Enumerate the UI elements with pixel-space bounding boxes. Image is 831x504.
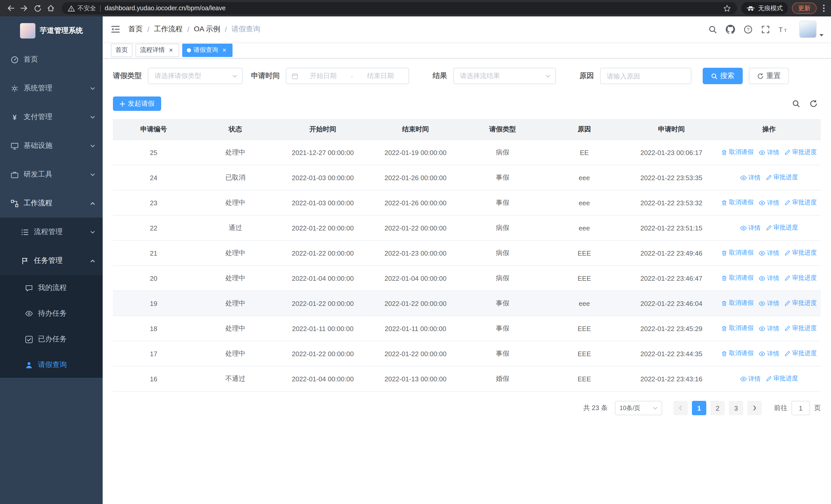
detail-link[interactable]: 详情 — [759, 199, 779, 207]
cell-end-time: 2022-01-11 00:00:00 — [369, 316, 462, 341]
leave-type-select[interactable]: 请选择请假类型 — [148, 68, 243, 84]
cancel-leave-link[interactable]: 取消请假 — [721, 349, 754, 358]
user-avatar[interactable] — [799, 21, 824, 38]
detail-link[interactable]: 详情 — [759, 249, 779, 258]
end-date-placeholder[interactable]: 结束日期 — [357, 71, 403, 81]
detail-link[interactable]: 详情 — [740, 174, 761, 182]
reset-button[interactable]: 重置 — [749, 68, 789, 84]
next-page-button[interactable] — [747, 401, 762, 415]
sidebar-item[interactable]: 任务管理 — [0, 246, 103, 275]
tab-item[interactable]: 请假查询× — [182, 43, 232, 57]
detail-link[interactable]: 详情 — [759, 148, 779, 157]
reload-button[interactable] — [31, 2, 44, 15]
toggle-search-icon[interactable] — [792, 99, 800, 108]
refresh-icon[interactable] — [809, 99, 818, 108]
sidebar-item[interactable]: 待办任务 — [0, 301, 103, 326]
sidebar-item[interactable]: 已办任务 — [0, 326, 103, 352]
navbar-actions: ? TT — [708, 21, 824, 38]
approval-progress-link[interactable]: 审批进度 — [784, 249, 817, 257]
logo-row[interactable]: 芋道管理系统 — [0, 17, 103, 45]
sidebar-item-label: 已办任务 — [38, 335, 67, 344]
cancel-leave-link[interactable]: 取消请假 — [721, 274, 754, 283]
cancel-leave-link[interactable]: 取消请假 — [721, 198, 754, 207]
breadcrumb-item[interactable]: OA 示例 — [194, 25, 221, 34]
detail-link[interactable]: 详情 — [759, 299, 779, 308]
page-size-select[interactable]: 10条/页 — [615, 401, 662, 415]
approval-progress-link[interactable]: 审批进度 — [766, 375, 798, 383]
github-icon[interactable] — [726, 25, 735, 34]
close-icon[interactable]: × — [167, 47, 174, 54]
sidebar-item[interactable]: 请假查询 — [0, 352, 103, 378]
address-bar[interactable]: 不安全 dashboard.yudao.iocoder.cn/bpm/oa/le… — [62, 2, 737, 14]
detail-link[interactable]: 详情 — [759, 350, 779, 358]
sidebar-item[interactable]: 研发工具 — [0, 160, 103, 189]
fullscreen-icon[interactable] — [761, 25, 770, 34]
detail-link[interactable]: 详情 — [740, 224, 761, 233]
sidebar-item[interactable]: 我的流程 — [0, 275, 103, 301]
approval-progress-link[interactable]: 审批进度 — [766, 173, 798, 182]
edit-icon — [784, 351, 791, 357]
result-select[interactable]: 请选择流结果 — [453, 68, 556, 84]
action-label: 取消请假 — [729, 299, 754, 308]
app-frame: 芋道管理系统 首页系统管理¥支付管理基础设施研发工具工作流程流程管理任务管理我的… — [0, 17, 831, 504]
close-icon[interactable]: × — [221, 47, 228, 54]
back-button[interactable] — [4, 2, 18, 15]
cell-actions: 取消请假详情审批进度 — [717, 190, 821, 215]
cell-apply-time: 2022-01-23 00:06:17 — [625, 140, 718, 165]
sidebar-item[interactable]: 系统管理 — [0, 74, 103, 102]
table-row: 23处理中2022-01-03 00:00:002022-01-26 00:00… — [113, 190, 821, 215]
approval-progress-link[interactable]: 审批进度 — [784, 349, 817, 358]
font-size-icon[interactable]: TT — [779, 25, 789, 33]
bookmark-star-icon[interactable] — [723, 4, 731, 12]
breadcrumb-item[interactable]: 首页 — [128, 25, 143, 34]
approval-progress-link[interactable]: 审批进度 — [784, 198, 817, 207]
sidebar-item[interactable]: 基础设施 — [0, 131, 103, 160]
action-label: 取消请假 — [729, 324, 754, 333]
approval-progress-link[interactable]: 审批进度 — [784, 148, 817, 157]
page-button-3[interactable]: 3 — [729, 401, 743, 415]
home-button[interactable] — [44, 2, 57, 15]
url-text[interactable]: dashboard.yudao.iocoder.cn/bpm/oa/leave — [105, 5, 723, 12]
page-button-1[interactable]: 1 — [692, 401, 706, 415]
forward-button[interactable] — [18, 2, 31, 15]
cancel-leave-link[interactable]: 取消请假 — [721, 324, 754, 333]
cell-status: 处理中 — [194, 266, 277, 291]
approval-progress-link[interactable]: 审批进度 — [766, 224, 798, 232]
sidebar-item[interactable]: 流程管理 — [0, 217, 103, 246]
approval-progress-link[interactable]: 审批进度 — [784, 274, 817, 283]
reason-input[interactable] — [600, 68, 691, 84]
cancel-leave-link[interactable]: 取消请假 — [721, 299, 754, 308]
prev-page-button[interactable] — [674, 401, 688, 415]
search-button[interactable]: 搜索 — [703, 68, 743, 84]
help-icon[interactable]: ? — [744, 25, 752, 34]
table-row: 20处理中2022-01-04 00:00:002022-01-04 00:00… — [113, 266, 821, 291]
approval-progress-link[interactable]: 审批进度 — [784, 299, 817, 308]
security-warning-label[interactable]: 不安全 — [78, 4, 96, 12]
breadcrumb-item[interactable]: 工作流程 — [154, 25, 183, 34]
cell-start-time: 2022-01-11 00:00:00 — [277, 316, 369, 341]
start-date-placeholder[interactable]: 开始日期 — [300, 71, 346, 81]
cancel-leave-link[interactable]: 取消请假 — [721, 148, 754, 157]
page-button-2[interactable]: 2 — [710, 401, 725, 415]
chevron-down-icon — [545, 73, 551, 79]
search-icon[interactable] — [708, 25, 717, 34]
sidebar-item[interactable]: ¥支付管理 — [0, 102, 103, 131]
detail-link[interactable]: 详情 — [740, 375, 761, 383]
tab-item[interactable]: 流程详情× — [136, 43, 179, 57]
approval-progress-link[interactable]: 审批进度 — [784, 324, 817, 333]
date-range-picker[interactable]: 开始日期 - 结束日期 — [286, 68, 409, 84]
browser-menu-icon[interactable] — [821, 4, 827, 12]
create-leave-button[interactable]: 发起请假 — [113, 96, 161, 111]
cancel-leave-link[interactable]: 取消请假 — [721, 249, 754, 257]
browser-update-button[interactable]: 更新 — [792, 3, 816, 14]
goto-page-input[interactable] — [792, 401, 810, 415]
divider — [100, 5, 101, 11]
detail-link[interactable]: 详情 — [759, 274, 779, 283]
sidebar-toggle-button[interactable] — [103, 25, 128, 33]
cell-id: 23 — [113, 190, 194, 215]
sidebar-item-label: 基础设施 — [24, 141, 52, 150]
detail-link[interactable]: 详情 — [759, 324, 779, 333]
tab-item[interactable]: 首页 — [111, 43, 133, 57]
sidebar-item[interactable]: 首页 — [0, 45, 103, 74]
sidebar-item[interactable]: 工作流程 — [0, 189, 103, 217]
